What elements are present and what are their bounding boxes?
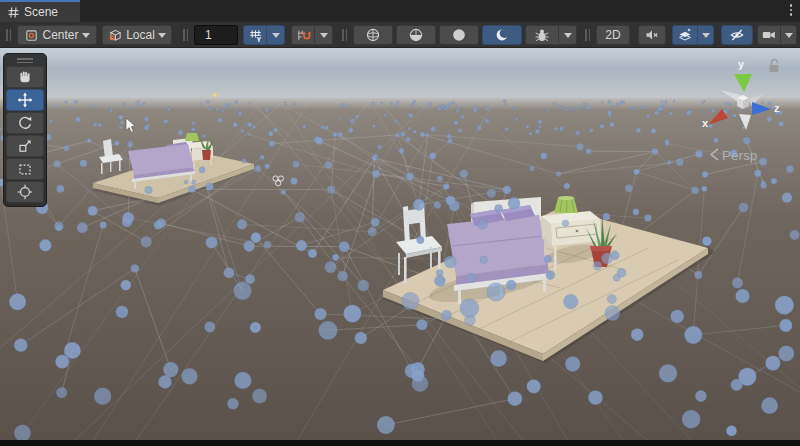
light-probe[interactable]	[546, 271, 555, 280]
transform-tool-button[interactable]	[6, 181, 44, 203]
light-probe[interactable]	[702, 186, 708, 192]
light-probe[interactable]	[74, 100, 78, 104]
toolbar-grip[interactable]	[6, 29, 11, 41]
light-probe[interactable]	[218, 118, 222, 122]
light-probe[interactable]	[426, 133, 429, 136]
light-probe[interactable]	[588, 390, 602, 404]
light-probe[interactable]	[727, 108, 730, 111]
light-probe[interactable]	[760, 182, 766, 188]
tools-panel-grip[interactable]	[6, 56, 44, 65]
light-probe[interactable]	[593, 261, 602, 270]
light-probe[interactable]	[754, 170, 761, 177]
light-probe[interactable]	[206, 237, 218, 249]
light-probe[interactable]	[711, 109, 714, 112]
light-probe[interactable]	[767, 117, 772, 122]
light-probe[interactable]	[408, 127, 411, 130]
grid-snapping-toggle[interactable]: Y	[243, 25, 267, 45]
light-probe[interactable]	[420, 132, 425, 137]
light-probe[interactable]	[233, 282, 251, 300]
light-probe[interactable]	[325, 161, 332, 168]
light-probe[interactable]	[654, 111, 659, 116]
light-probe[interactable]	[394, 119, 397, 122]
light-probe[interactable]	[390, 102, 393, 105]
light-probe[interactable]	[527, 379, 541, 393]
light-probe[interactable]	[238, 111, 242, 115]
light-probe[interactable]	[556, 171, 561, 176]
light-probe[interactable]	[694, 271, 702, 279]
light-probe[interactable]	[234, 372, 251, 389]
light-probe[interactable]	[579, 106, 582, 109]
light-probe[interactable]	[682, 410, 700, 428]
light-probe[interactable]	[576, 109, 578, 111]
light-probe[interactable]	[513, 107, 516, 110]
light-probe[interactable]	[191, 121, 195, 125]
scene-effects-dropdown[interactable]	[697, 25, 714, 45]
light-probe[interactable]	[56, 387, 67, 398]
light-probe[interactable]	[397, 101, 400, 104]
light-probe[interactable]	[191, 127, 195, 131]
increment-snap-dropdown[interactable]	[314, 25, 333, 45]
light-probe[interactable]	[250, 322, 261, 333]
light-probe[interactable]	[431, 126, 436, 131]
light-probe[interactable]	[290, 178, 297, 185]
light-probe[interactable]	[684, 326, 702, 344]
light-probe[interactable]	[358, 280, 369, 291]
light-probe[interactable]	[630, 107, 632, 109]
light-probe[interactable]	[399, 148, 405, 154]
light-probe[interactable]	[372, 156, 377, 161]
light-probe[interactable]	[695, 390, 706, 401]
light-probe[interactable]	[260, 155, 264, 159]
light-probe[interactable]	[460, 170, 468, 178]
light-probe[interactable]	[395, 104, 398, 107]
light-probe[interactable]	[184, 180, 188, 184]
grid-snapping-dropdown[interactable]	[266, 25, 285, 45]
light-probe[interactable]	[739, 203, 749, 213]
light-probe[interactable]	[316, 137, 324, 145]
light-probe[interactable]	[116, 306, 128, 318]
light-probe[interactable]	[308, 249, 317, 258]
light-probe[interactable]	[503, 186, 511, 194]
light-probe[interactable]	[384, 114, 387, 117]
light-probe[interactable]	[538, 119, 542, 123]
light-probe[interactable]	[561, 107, 563, 109]
light-probe[interactable]	[460, 299, 479, 318]
light-probe[interactable]	[454, 121, 458, 125]
light-probe[interactable]	[406, 137, 411, 142]
light-probe[interactable]	[642, 106, 645, 109]
light-probe[interactable]	[458, 128, 462, 132]
light-probe[interactable]	[538, 125, 541, 128]
light-probe[interactable]	[55, 355, 69, 369]
light-probe[interactable]	[314, 308, 326, 320]
light-probe[interactable]	[608, 100, 611, 103]
light-probe[interactable]	[371, 218, 380, 227]
light-probe[interactable]	[535, 129, 540, 134]
light-probe[interactable]	[659, 364, 677, 382]
light-probe[interactable]	[701, 102, 703, 104]
light-probe[interactable]	[122, 217, 132, 227]
light-probe[interactable]	[775, 296, 794, 315]
light-probe[interactable]	[265, 164, 270, 169]
light-probe[interactable]	[302, 125, 305, 128]
light-probe[interactable]	[447, 134, 452, 139]
shading-shaded-button[interactable]	[439, 25, 479, 45]
light-probe[interactable]	[743, 137, 750, 144]
light-probe[interactable]	[119, 115, 124, 120]
light-probe[interactable]	[713, 138, 718, 143]
light-probe[interactable]	[503, 100, 506, 103]
light-probe[interactable]	[163, 362, 178, 377]
light-probe[interactable]	[686, 110, 691, 115]
light-probe[interactable]	[119, 126, 122, 129]
light-probe[interactable]	[14, 425, 31, 440]
light-probe[interactable]	[725, 102, 728, 105]
light-probe[interactable]	[446, 105, 449, 108]
light-probe[interactable]	[333, 132, 337, 136]
light-probe[interactable]	[395, 133, 400, 138]
light-probe[interactable]	[778, 121, 783, 126]
light-probe[interactable]	[487, 189, 496, 198]
light-probe[interactable]	[576, 143, 583, 150]
light-probe[interactable]	[254, 165, 261, 172]
sun-gizmo[interactable]	[211, 91, 218, 98]
light-probe[interactable]	[408, 113, 413, 118]
light-probe[interactable]	[665, 100, 667, 102]
light-probe[interactable]	[622, 101, 625, 104]
